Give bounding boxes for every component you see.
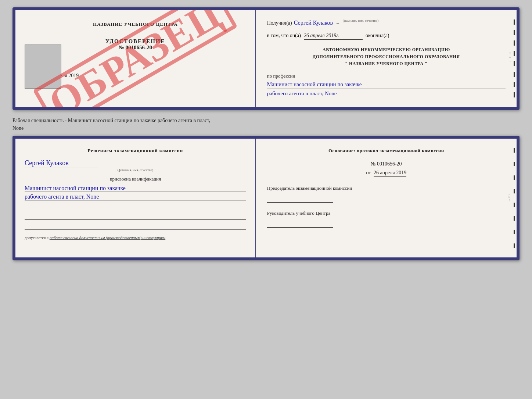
center-head-block: Руководитель учебного Центра	[267, 210, 506, 228]
recipient-name: Сергей Кулаков	[294, 19, 333, 27]
r-side-line	[514, 148, 515, 153]
side-line	[514, 30, 515, 35]
r-side-line	[514, 162, 515, 166]
underline-1	[25, 202, 246, 209]
bottom-document: Решением экзаменационной комиссии Сергей…	[12, 136, 520, 260]
right-side-decoration	[514, 139, 515, 257]
bottom-doc-left: Решением экзаменационной комиссии Сергей…	[15, 139, 256, 257]
basis-title: Основание: протокол экзаменационной коми…	[267, 148, 506, 154]
qual-line2: рабочего агента в пласт, None	[25, 193, 246, 200]
side-decoration	[514, 10, 515, 107]
received-line: Получил(а) Сергей Кулаков – (фамилия, им…	[267, 19, 506, 27]
profession-line1: Машинист насосной станции по закачке	[267, 81, 506, 89]
right-deco-text: и а ←	[508, 194, 511, 202]
side-line	[514, 19, 515, 25]
photo-placeholder	[25, 44, 61, 89]
profession-line2: рабочего агента в пласт, None	[267, 90, 506, 98]
protocol-date-prefix: от	[366, 170, 371, 175]
protocol-number: № 0010656-20	[267, 161, 506, 167]
chairman-title: Председатель экзаменационной комиссии	[267, 185, 506, 192]
side-line	[514, 92, 515, 97]
r-side-line	[514, 189, 515, 193]
protocol-number-value: № 0010656-20	[371, 161, 402, 167]
qualification-label: присвоена квалификация	[25, 176, 246, 182]
r-side-line	[514, 203, 515, 207]
permission-text: работе согласно должностным (производств…	[50, 235, 165, 240]
caption-line2: None	[12, 125, 24, 131]
bottom-doc-right: Основание: протокол экзаменационной коми…	[256, 139, 517, 257]
decision-title: Решением экзаменационной комиссии	[25, 148, 246, 154]
top-doc-right: Получил(а) Сергей Кулаков – (фамилия, им…	[256, 10, 517, 107]
date-value: 26 апреля 2019г.	[304, 33, 363, 40]
center-head-signature-line	[267, 218, 333, 228]
underline-4	[25, 240, 246, 247]
r-side-line	[514, 243, 515, 248]
profession-label: по профессии	[267, 73, 506, 79]
r-side-line	[514, 216, 515, 221]
caption-line1: Рабочая специальность - Машинист насосно…	[12, 118, 210, 123]
side-deco-text: и а ←	[508, 53, 512, 64]
chairman-signature-line	[267, 193, 333, 203]
top-document: НАЗВАНИЕ УЧЕБНОГО ЦЕНТРА УДОСТОВЕРЕНИЕ №…	[12, 7, 520, 110]
recipient-hint: (фамилия, имя, отчество)	[343, 19, 378, 22]
r-side-line	[514, 175, 515, 180]
chairman-block: Председатель экзаменационной комиссии	[267, 185, 506, 203]
date-prefix: в том, что он(а)	[267, 33, 301, 39]
cert-label: УДОСТОВЕРЕНИЕ	[25, 38, 246, 44]
name-hint: (фамилия, имя, отчество)	[25, 168, 246, 172]
side-line	[514, 61, 515, 66]
underline-3	[25, 222, 246, 230]
permission-block: допускается к работе согласно должностны…	[25, 235, 246, 240]
qual-line1: Машинист насосной станции по закачке	[25, 185, 246, 192]
org-block: АВТОНОМНУЮ НЕКОММЕРЧЕСКУЮ ОРГАНИЗАЦИЮ ДО…	[267, 46, 506, 68]
side-line	[514, 51, 515, 56]
received-label: Получил(а)	[267, 20, 292, 26]
caption-area: Рабочая специальность - Машинист насосно…	[12, 117, 520, 132]
permission-prefix: допускается к	[25, 235, 48, 240]
top-school-name: НАЗВАНИЕ УЧЕБНОГО ЦЕНТРА	[25, 21, 246, 27]
finished-label: окончил(а)	[366, 33, 389, 39]
protocol-date-value: 26 апреля 2019	[374, 170, 406, 177]
org-line2: ДОПОЛНИТЕЛЬНОГО ПРОФЕССИОНАЛЬНОГО ОБРАЗО…	[267, 53, 506, 60]
date-line: в том, что он(а) 26 апреля 2019г. окончи…	[267, 33, 506, 40]
r-side-line	[514, 230, 515, 234]
underline-2	[25, 212, 246, 220]
org-line1: АВТОНОМНУЮ НЕКОММЕРЧЕСКУЮ ОРГАНИЗАЦИЮ	[267, 46, 506, 53]
bottom-person-name: Сергей Кулаков	[25, 159, 98, 167]
side-line	[514, 72, 515, 77]
org-line3: " НАЗВАНИЕ УЧЕБНОГО ЦЕНТРА "	[267, 60, 506, 67]
protocol-date: от 26 апреля 2019	[267, 170, 506, 176]
person-name-area: Сергей Кулаков	[25, 159, 246, 168]
side-line	[514, 40, 515, 46]
side-line	[514, 82, 515, 87]
center-head-title: Руководитель учебного Центра	[267, 210, 506, 217]
top-doc-left: НАЗВАНИЕ УЧЕБНОГО ЦЕНТРА УДОСТОВЕРЕНИЕ №…	[15, 10, 256, 107]
